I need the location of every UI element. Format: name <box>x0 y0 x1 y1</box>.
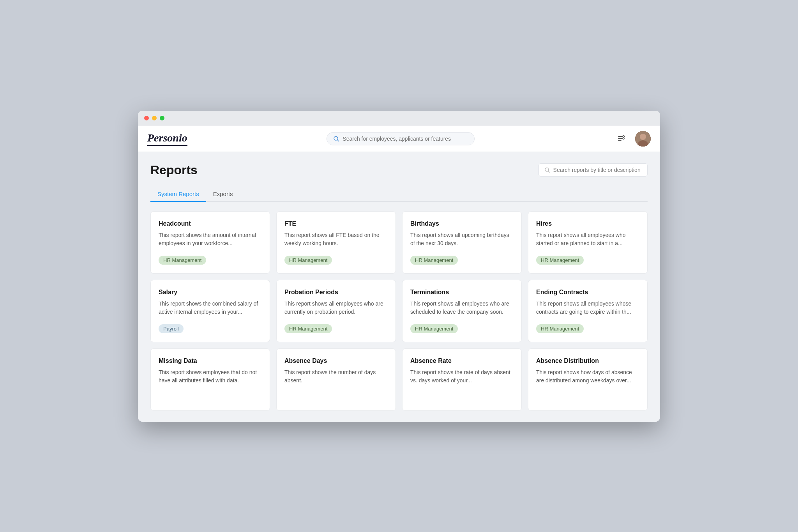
card-title-hires: Hires <box>536 220 639 227</box>
page-title: Reports <box>150 163 198 177</box>
minimize-dot[interactable] <box>152 116 157 120</box>
topbar-right <box>614 131 651 147</box>
card-hires[interactable]: Hires This report shows all employees wh… <box>528 211 648 274</box>
main-content: Reports System Reports Exports Headcount… <box>138 152 660 422</box>
card-description-absence-rate: This report shows the rate of days absen… <box>410 368 514 402</box>
card-ending-contracts[interactable]: Ending Contracts This report shows all e… <box>528 280 648 342</box>
card-title-ending-contracts: Ending Contracts <box>536 289 639 296</box>
maximize-dot[interactable] <box>160 116 164 120</box>
logo[interactable]: Personio <box>147 132 187 146</box>
reports-search-input[interactable] <box>553 167 642 173</box>
badge-probation-periods: HR Management <box>284 324 332 333</box>
card-absence-distribution[interactable]: Absence Distribution This report shows h… <box>528 348 648 411</box>
card-title-probation-periods: Probation Periods <box>284 289 388 296</box>
card-absence-days[interactable]: Absence Days This report shows the numbe… <box>276 348 396 411</box>
close-dot[interactable] <box>144 116 149 120</box>
card-headcount[interactable]: Headcount This report shows the amount o… <box>150 211 270 274</box>
global-search-icon <box>333 136 339 142</box>
card-birthdays[interactable]: Birthdays This report shows all upcoming… <box>402 211 522 274</box>
card-title-salary: Salary <box>159 289 262 296</box>
card-title-missing-data: Missing Data <box>159 357 262 364</box>
card-description-birthdays: This report shows all upcoming birthdays… <box>410 231 514 252</box>
svg-point-8 <box>640 134 646 140</box>
reports-search-icon <box>544 167 550 173</box>
card-title-birthdays: Birthdays <box>410 220 514 227</box>
card-description-salary: This report shows the combined salary of… <box>159 300 262 320</box>
avatar-image <box>635 131 651 147</box>
page-header: Reports <box>150 163 648 177</box>
card-salary[interactable]: Salary This report shows the combined sa… <box>150 280 270 342</box>
card-title-absence-rate: Absence Rate <box>410 357 514 364</box>
badge-birthdays: HR Management <box>410 256 458 265</box>
badge-fte: HR Management <box>284 256 332 265</box>
card-absence-rate[interactable]: Absence Rate This report shows the rate … <box>402 348 522 411</box>
svg-line-1 <box>337 140 339 141</box>
svg-point-5 <box>623 135 624 137</box>
app-window: Personio <box>138 111 660 422</box>
global-search-bar[interactable] <box>327 132 475 145</box>
card-probation-periods[interactable]: Probation Periods This report shows all … <box>276 280 396 342</box>
filter-button[interactable] <box>614 131 629 147</box>
svg-point-6 <box>623 137 624 139</box>
filter-icon <box>617 134 626 143</box>
badge-headcount: HR Management <box>159 256 206 265</box>
tab-system-reports[interactable]: System Reports <box>150 187 206 202</box>
avatar[interactable] <box>635 131 651 147</box>
card-description-absence-distribution: This report shows how days of absence ar… <box>536 368 639 402</box>
card-missing-data[interactable]: Missing Data This report shows employees… <box>150 348 270 411</box>
card-title-terminations: Terminations <box>410 289 514 296</box>
card-description-fte: This report shows all FTE based on the w… <box>284 231 388 252</box>
badge-hires: HR Management <box>536 256 584 265</box>
reports-search-bar[interactable] <box>538 163 648 177</box>
svg-line-11 <box>548 171 549 172</box>
card-description-ending-contracts: This report shows all employees whose co… <box>536 300 639 320</box>
card-description-absence-days: This report shows the number of days abs… <box>284 368 388 402</box>
badge-ending-contracts: HR Management <box>536 324 584 333</box>
tab-exports[interactable]: Exports <box>206 187 240 202</box>
card-description-hires: This report shows all employees who star… <box>536 231 639 252</box>
badge-terminations: HR Management <box>410 324 458 333</box>
card-description-headcount: This report shows the amount of internal… <box>159 231 262 252</box>
card-terminations[interactable]: Terminations This report shows all emplo… <box>402 280 522 342</box>
titlebar <box>138 111 660 126</box>
card-title-absence-distribution: Absence Distribution <box>536 357 639 364</box>
tabs-container: System Reports Exports <box>150 187 648 202</box>
card-fte[interactable]: FTE This report shows all FTE based on t… <box>276 211 396 274</box>
card-description-probation-periods: This report shows all employees who are … <box>284 300 388 320</box>
card-title-fte: FTE <box>284 220 388 227</box>
global-search-input[interactable] <box>343 136 468 142</box>
card-title-headcount: Headcount <box>159 220 262 227</box>
card-description-terminations: This report shows all employees who are … <box>410 300 514 320</box>
badge-salary: Payroll <box>159 324 184 333</box>
reports-grid: Headcount This report shows the amount o… <box>150 211 648 411</box>
topbar: Personio <box>138 126 660 152</box>
card-title-absence-days: Absence Days <box>284 357 388 364</box>
card-description-missing-data: This report shows employees that do not … <box>159 368 262 402</box>
